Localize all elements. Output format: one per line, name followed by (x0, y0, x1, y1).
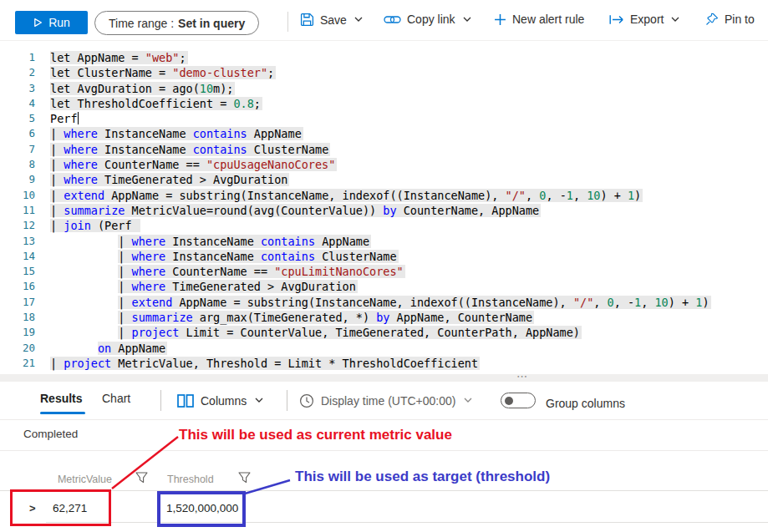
code-line[interactable]: 12| join (Perf (0, 218, 768, 233)
clock-icon (299, 393, 314, 408)
line-number: 20 (0, 341, 35, 356)
line-number: 5 (0, 111, 35, 126)
chevron-down-icon (255, 398, 263, 403)
export-button[interactable]: Export (609, 13, 679, 26)
play-icon (33, 18, 43, 28)
line-number: 21 (0, 356, 35, 371)
tab-results[interactable]: Results (40, 392, 83, 405)
time-range-value: Set in query (178, 17, 245, 30)
annotation-threshold: This will be used as target (threshold) (295, 469, 550, 485)
pin-to-button[interactable]: Pin to (705, 13, 755, 26)
line-number: 18 (0, 310, 35, 325)
code-line[interactable]: 15 | where CounterName == "cpuLimitNanoC… (0, 264, 768, 279)
line-number: 10 (0, 188, 35, 203)
code-line[interactable]: 13 | where InstanceName contains AppName (0, 234, 768, 249)
line-number: 6 (0, 126, 35, 141)
line-number: 14 (0, 249, 35, 264)
code-line[interactable]: 7| where InstanceName contains ClusterNa… (0, 142, 768, 157)
column-header-metricvalue[interactable]: MetricValue (40, 474, 112, 485)
save-button[interactable]: Save (300, 13, 363, 27)
pane-splitter[interactable]: ⋯ (0, 374, 768, 382)
plus-icon (494, 13, 506, 26)
export-label: Export (630, 13, 664, 26)
tab-chart[interactable]: Chart (102, 392, 130, 405)
code-line[interactable]: 21| project MetricValue, Threshold = Lim… (0, 356, 768, 371)
code-line[interactable]: 14 | where InstanceName contains Cluster… (0, 249, 768, 264)
columns-label: Columns (201, 394, 247, 408)
section-divider (0, 450, 768, 451)
code-line[interactable]: 8| where CounterName == "cpuUsageNanoCor… (0, 157, 768, 172)
copy-link-label: Copy link (407, 13, 455, 26)
results-toolbar-divider (160, 390, 161, 411)
text-cursor (78, 112, 79, 124)
pin-icon (705, 13, 719, 26)
code-line[interactable]: 10| extend AppName = substring(InstanceN… (0, 188, 768, 203)
export-icon (609, 14, 624, 25)
line-number: 9 (0, 172, 35, 187)
line-number: 12 (0, 218, 35, 233)
code-line[interactable]: 19 | project Limit = CounterValue, TimeG… (0, 325, 768, 340)
code-line[interactable]: 9| where TimeGenerated > AvgDuration (0, 172, 768, 187)
code-line[interactable]: 1let AppName = "web"; (0, 50, 768, 65)
code-line[interactable]: 11| summarize MetricValue=round(avg(Coun… (0, 203, 768, 218)
splitter-handle-icon: ⋯ (516, 370, 529, 383)
display-time-label: Display time (UTC+00:00) (321, 394, 455, 408)
row-expander-icon[interactable]: > (29, 502, 36, 514)
table-row-divider (46, 522, 768, 523)
code-line[interactable]: 6| where InstanceName contains AppName (0, 126, 768, 141)
code-line[interactable]: 4let ThresholdCoefficient = 0.8; (0, 96, 768, 111)
code-line[interactable]: 16 | where TimeGenerated > AvgDuration (0, 279, 768, 294)
group-columns-toggle[interactable] (501, 393, 536, 408)
line-number: 8 (0, 157, 35, 172)
code-line[interactable]: 17 | extend AppName = substring(Instance… (0, 295, 768, 310)
cell-threshold: 1,520,000,000 (166, 502, 238, 514)
chevron-down-icon (671, 17, 679, 23)
time-range-label: Time range : (109, 17, 174, 30)
line-number: 16 (0, 279, 35, 294)
active-tab-underline (40, 412, 85, 414)
columns-button[interactable]: Columns (177, 390, 263, 411)
time-range-picker[interactable]: Time range : Set in query (94, 11, 259, 35)
chevron-down-icon (463, 17, 471, 23)
section-divider (0, 419, 768, 420)
results-toolbar-divider (287, 390, 287, 411)
chevron-down-icon (464, 398, 472, 403)
line-number: 11 (0, 203, 35, 218)
line-number: 4 (0, 96, 35, 111)
toolbar-divider (287, 12, 288, 32)
line-number: 1 (0, 50, 35, 65)
line-number: 17 (0, 295, 35, 310)
chevron-down-icon (354, 17, 363, 23)
line-number: 7 (0, 142, 35, 157)
column-header-threshold[interactable]: Threshold (167, 474, 214, 485)
toggle-knob (505, 397, 513, 405)
line-number: 19 (0, 325, 35, 340)
query-editor[interactable]: 1let AppName = "web";2let ClusterName = … (0, 42, 768, 373)
line-number: 3 (0, 81, 35, 96)
code-line[interactable]: 20 on AppName (0, 341, 768, 356)
new-alert-rule-button[interactable]: New alert rule (494, 13, 584, 26)
columns-icon (177, 394, 194, 408)
link-icon (384, 13, 401, 26)
line-number: 2 (0, 65, 35, 80)
new-alert-rule-label: New alert rule (512, 13, 584, 26)
save-label: Save (320, 13, 347, 27)
copy-link-button[interactable]: Copy link (384, 13, 471, 26)
group-columns-label: Group columns (546, 393, 625, 413)
run-label: Run (48, 16, 70, 29)
code-line[interactable]: 18 | summarize arg_max(TimeGenerated, *)… (0, 310, 768, 325)
line-number: 15 (0, 264, 35, 279)
pin-to-label: Pin to (725, 13, 755, 26)
code-line[interactable]: 5Perf (0, 111, 768, 126)
line-number: 13 (0, 234, 35, 249)
filter-icon[interactable] (135, 472, 148, 487)
query-toolbar: Run Time range : Set in query Save Copy … (0, 0, 768, 41)
filter-icon[interactable] (238, 472, 251, 487)
table-header-divider (0, 490, 768, 491)
display-time-button[interactable]: Display time (UTC+00:00) (299, 390, 472, 411)
query-status: Completed (23, 428, 78, 440)
cell-metricvalue: 62,271 (53, 502, 87, 514)
run-button[interactable]: Run (15, 11, 88, 34)
code-line[interactable]: 3let AvgDuration = ago(10m); (0, 81, 768, 96)
code-line[interactable]: 2let ClusterName = "demo-cluster"; (0, 65, 768, 80)
